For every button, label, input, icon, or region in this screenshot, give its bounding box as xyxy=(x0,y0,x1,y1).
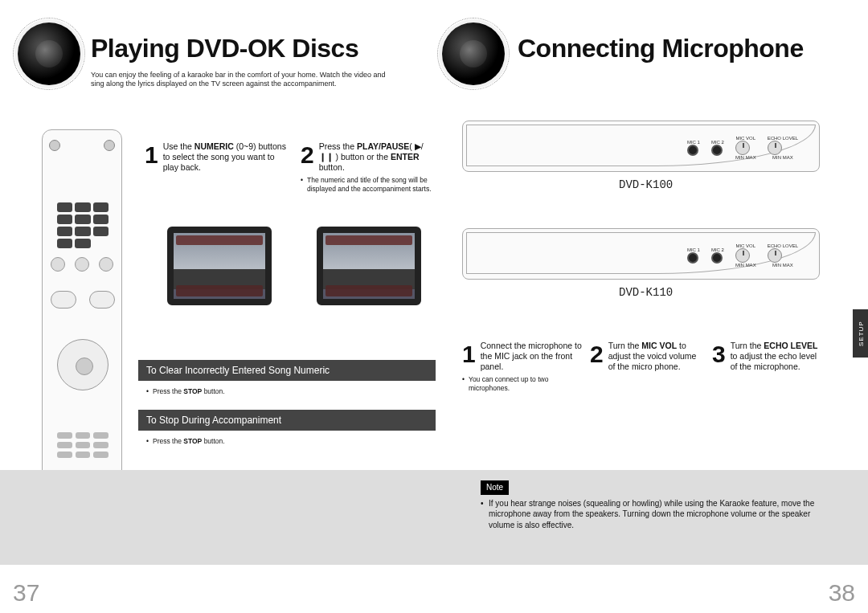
mic-jack-2 xyxy=(711,252,723,264)
right-step-1-note: You can connect up to two microphones. xyxy=(462,375,583,391)
play-pause-button-icon xyxy=(75,257,89,272)
note-body: If you hear strange noises (squealing or… xyxy=(481,498,818,531)
stop-button-icon xyxy=(51,257,65,272)
model-k110: DVD-K110 xyxy=(619,286,673,299)
page-number-right: 38 xyxy=(829,579,855,607)
echo-level-knob xyxy=(768,141,782,155)
mic-vol-knob xyxy=(735,141,750,155)
gray-band-left xyxy=(0,470,434,565)
skip-button-icon xyxy=(99,257,113,272)
device-panel-k100: MIC 1 MIC 2 MIC VOL MIN MAX ECHO LOVEL M… xyxy=(462,121,820,172)
right-step-2-text: Turn the MIC VOL to adjust the voicd vol… xyxy=(608,341,702,372)
intro-text: You can enjoy the feeling of a karaoke b… xyxy=(91,71,396,89)
step-2-note: The numeric and title of the song will b… xyxy=(301,176,436,192)
label-mic1: MIC 1 xyxy=(687,247,700,252)
sub2-note: Press the STOP button. xyxy=(146,437,225,445)
step-1: 1 Use the NUMERIC (0~9) buttons to selec… xyxy=(145,141,289,173)
note-label: Note xyxy=(481,480,509,495)
right-title: Connecting Microphone xyxy=(518,34,804,63)
step-number-2: 2 xyxy=(590,341,604,368)
mic-jack-2 xyxy=(711,145,723,156)
tv-preview-2 xyxy=(317,227,421,305)
label-micvol: MIC VOL xyxy=(735,136,756,141)
label-mic2: MIC 2 xyxy=(711,247,724,252)
page-number-left: 37 xyxy=(13,579,39,607)
right-step-1: 1 Connect the microphone to the MIC jack… xyxy=(462,341,583,392)
label-micvol: MIC VOL xyxy=(735,243,756,248)
step-number-1: 1 xyxy=(462,341,476,368)
right-step-1-text: Connect the microphone to the MIC jack o… xyxy=(481,341,583,372)
remote-illustration xyxy=(42,129,122,483)
page-37: Playing DVD-OK Discs You can enjoy the f… xyxy=(0,0,434,613)
setup-tab: SETUP xyxy=(853,309,868,358)
note-block: Note If you hear strange noises (squeali… xyxy=(481,480,818,530)
step-2-text: Press the PLAY/PAUSE( ▶/❙❙ ) button or t… xyxy=(319,141,436,173)
right-step-3: 3 Turn the ECHO LEVEL to adjust the echo… xyxy=(712,341,825,372)
tv-preview-1 xyxy=(167,227,272,305)
mic-jack-1 xyxy=(687,252,698,264)
step-number-1: 1 xyxy=(145,141,158,169)
label-echo: ECHO LOVEL xyxy=(768,243,798,248)
label-mic2: MIC 2 xyxy=(711,140,724,145)
label-echo: ECHO LOVEL xyxy=(768,136,798,141)
right-step-2: 2 Turn the MIC VOL to adjust the voicd v… xyxy=(590,341,702,372)
step-2: 2 Press the PLAY/PAUSE( ▶/❙❙ ) button or… xyxy=(301,141,436,193)
step-number-2: 2 xyxy=(301,141,314,169)
subheading-stop: To Stop During Accompaniment xyxy=(138,410,436,431)
left-title: Playing DVD-OK Discs xyxy=(91,34,358,63)
device-panel-k110: MIC 1 MIC 2 MIC VOL MIN MAX ECHO LOVEL M… xyxy=(462,228,820,280)
page-38: Connecting Microphone MIC 1 MIC 2 MIC VO… xyxy=(434,0,868,613)
mic-jack-1 xyxy=(687,145,698,156)
dpad-wheel xyxy=(57,339,108,390)
right-step-3-text: Turn the ECHO LEVEL to adjust the echo l… xyxy=(731,341,825,372)
sub1-note: Press the STOP button. xyxy=(146,387,225,395)
label-mic1: MIC 1 xyxy=(687,140,700,145)
step-number-3: 3 xyxy=(712,341,726,368)
speaker-icon xyxy=(18,22,80,85)
step-1-text: Use the NUMERIC (0~9) buttons to select … xyxy=(163,141,289,173)
model-k100: DVD-K100 xyxy=(619,178,673,191)
speaker-icon xyxy=(442,22,505,85)
echo-level-knob xyxy=(768,248,782,263)
mic-vol-knob xyxy=(735,248,750,263)
subheading-clear: To Clear Incorrectly Entered Song Numeri… xyxy=(138,360,436,381)
